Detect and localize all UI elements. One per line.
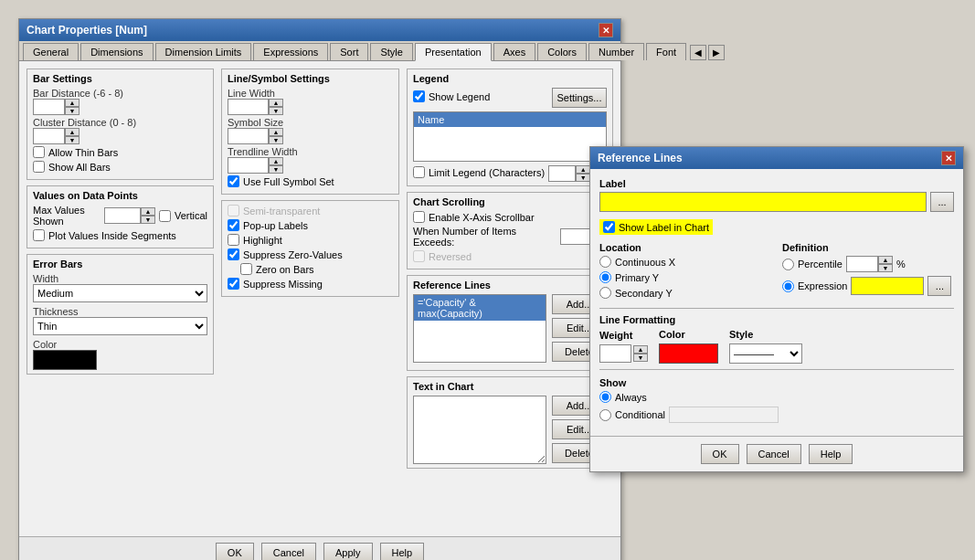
symbol-size-input[interactable]: 2 pt [228,128,269,144]
weight-col: Weight 0 pt ▲ ▼ [599,330,648,363]
percentile-radio[interactable] [782,259,794,270]
conditional-input[interactable] [669,407,779,423]
trendline-width-up[interactable]: ▲ [269,157,283,165]
thickness-dropdown[interactable]: Thin [33,317,207,335]
tab-style[interactable]: Style [370,43,412,60]
ref-formula-browse-btn[interactable]: ... [930,192,954,212]
weight-btns: ▲ ▼ [633,345,648,362]
primary-y-radio[interactable] [599,271,611,283]
limit-value-down[interactable]: ▼ [576,174,590,182]
show-label: Show [599,377,954,388]
symbol-size-down[interactable]: ▼ [269,136,283,144]
suppress-missing-checkbox[interactable] [228,278,239,290]
symbol-size-up[interactable]: ▲ [269,128,283,136]
secondary-y-row: Secondary Y [599,287,771,299]
bar-distance-spinner: 2 ▲ ▼ [33,99,79,115]
expression-radio[interactable] [782,280,794,292]
limit-value-input[interactable]: 15 [548,165,576,182]
allow-thin-bars-label: Allow Thin Bars [48,147,118,158]
tab-dimensions[interactable]: Dimensions [80,43,153,60]
limit-legend-checkbox[interactable] [413,166,425,178]
legend-settings-btn[interactable]: Settings... [552,88,607,108]
main-dialog: Chart Properties [Num] ✕ General Dimensi… [18,18,621,560]
vertical-checkbox[interactable] [159,210,171,222]
max-values-input[interactable]: 100 [104,207,141,224]
bar-distance-input[interactable]: 2 [33,99,65,115]
tab-colors[interactable]: Colors [537,43,587,60]
zero-on-bars-checkbox[interactable] [240,263,252,275]
continuous-x-radio[interactable] [599,256,611,268]
color-swatch-main[interactable] [33,350,97,370]
bar-distance-up[interactable]: ▲ [65,99,79,107]
bar-distance-down[interactable]: ▼ [65,107,79,115]
cluster-distance-up[interactable]: ▲ [65,128,79,136]
allow-thin-bars-checkbox[interactable] [33,146,45,158]
max-values-spinner: 100 ▲ ▼ [104,207,155,224]
weight-down[interactable]: ▼ [633,354,648,362]
tab-number[interactable]: Number [588,43,644,60]
trendline-width-spinner: 1 pt ▲ ▼ [228,157,283,174]
plot-values-checkbox[interactable] [33,229,45,241]
ref-cancel-btn[interactable]: Cancel [747,444,801,464]
use-full-symbol-checkbox[interactable] [228,175,239,187]
percentile-input[interactable]: 0 [846,256,878,272]
tab-font[interactable]: Font [646,43,686,60]
ref-line-item-0[interactable]: ='Capacity' & max(Capacity) [414,295,546,321]
expression-input[interactable]: max(Capacity) [851,277,924,295]
tab-expressions[interactable]: Expressions [253,43,328,60]
line-width-down[interactable]: ▼ [269,107,283,115]
limit-value-up[interactable]: ▲ [576,165,590,174]
conditional-radio[interactable] [599,409,611,421]
suppress-zero-checkbox[interactable] [228,248,239,260]
tab-axes[interactable]: Axes [493,43,535,60]
percentile-up[interactable]: ▲ [878,256,893,264]
show-label-in-chart-checkbox[interactable] [603,221,615,233]
tab-presentation[interactable]: Presentation [415,43,492,61]
expression-browse-btn[interactable]: ... [927,276,951,296]
width-dropdown[interactable]: Medium [33,284,207,302]
show-legend-checkbox[interactable] [413,90,425,102]
when-exceeds-input[interactable]: 10 [560,228,592,245]
ref-help-btn[interactable]: Help [809,444,853,464]
ok-button[interactable]: OK [216,543,254,560]
cluster-distance-down[interactable]: ▼ [65,136,79,144]
tab-sort[interactable]: Sort [330,43,368,60]
tab-nav-left[interactable]: ◀ [690,45,706,60]
always-radio[interactable] [599,391,611,403]
cluster-distance-spinner: 5 ▲ ▼ [33,128,79,144]
trendline-width-down[interactable]: ▼ [269,165,283,174]
weight-input[interactable]: 0 pt [599,344,631,363]
line-width-up[interactable]: ▲ [269,99,283,107]
ref-ok-btn[interactable]: OK [701,444,739,464]
continuous-x-label: Continuous X [615,257,675,268]
ref-formula-input[interactable]: ='Capacity' & max(Capacity) [599,192,927,212]
trendline-width-input[interactable]: 1 pt [228,157,269,174]
tab-nav-right[interactable]: ▶ [708,45,725,60]
text-in-chart-area[interactable] [413,396,546,464]
highlight-checkbox[interactable] [228,234,239,246]
secondary-y-radio[interactable] [599,287,611,299]
semi-transparent-checkbox[interactable] [228,205,239,217]
style-dropdown[interactable]: ———— - - - - ······· [729,343,802,364]
popup-labels-checkbox[interactable] [228,219,239,231]
max-values-down[interactable]: ▼ [141,216,155,224]
help-button[interactable]: Help [380,543,425,560]
line-color-swatch[interactable] [659,343,718,364]
cluster-distance-input[interactable]: 5 [33,128,65,144]
apply-button[interactable]: Apply [323,543,373,560]
ref-dialog-close-btn[interactable]: ✕ [941,151,956,165]
show-label-in-chart-label: Show Label in Chart [619,222,709,233]
main-dialog-close-btn[interactable]: ✕ [599,23,613,37]
location-col: Location Continuous X Primary Y Secondar… [599,242,771,302]
cancel-button[interactable]: Cancel [261,543,316,560]
tab-dimension-limits[interactable]: Dimension Limits [155,43,252,60]
percentile-down[interactable]: ▼ [878,264,893,272]
show-all-bars-checkbox[interactable] [33,161,45,173]
reversed-checkbox[interactable] [413,250,425,262]
enable-scrollbar-checkbox[interactable] [413,211,425,223]
weight-up[interactable]: ▲ [633,345,648,354]
tab-general[interactable]: General [23,43,79,60]
line-width-input[interactable]: 2 pt [228,99,269,115]
definition-col: Definition Percentile 0 ▲ ▼ % Exp [782,242,954,302]
max-values-up[interactable]: ▲ [141,207,155,216]
